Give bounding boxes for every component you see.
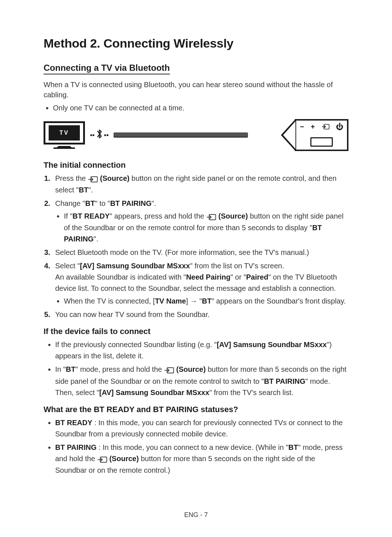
- side-panel-callout: − + ⏻: [281, 119, 348, 151]
- source-icon: [164, 365, 174, 376]
- bluetooth-diagram: TV •• •• − + ⏻: [44, 119, 348, 151]
- tv-illustration: TV: [44, 121, 85, 149]
- minus-icon: −: [300, 123, 304, 130]
- section-statuses: What are the BT READY and BT PAIRING sta…: [44, 405, 348, 414]
- dot-icon: ••: [90, 131, 95, 139]
- steps-list: Press the (Source) button on the right s…: [52, 173, 348, 320]
- source-icon: [322, 123, 330, 130]
- panel-display-icon: [310, 137, 333, 147]
- intro-note-item: Only one TV can be connected at a time.: [53, 103, 348, 113]
- section-initial-connection: The initial connection: [44, 160, 348, 170]
- status-ready: BT READY : In this mode, you can search …: [55, 417, 348, 440]
- status-pairing: BT PAIRING : In this mode, you can conne…: [55, 442, 348, 476]
- fail-list: If the previously connected Soundbar lis…: [55, 339, 348, 398]
- page-title: Method 2. Connecting Wirelessly: [44, 36, 348, 50]
- dot-icon: ••: [104, 131, 109, 139]
- manual-page: Method 2. Connecting Wirelessly Connecti…: [0, 0, 392, 537]
- intro-note-list: Only one TV can be connected at a time.: [53, 103, 348, 113]
- fail-item-1: If the previously connected Soundbar lis…: [55, 339, 348, 362]
- tv-body: TV: [44, 121, 85, 145]
- plus-icon: +: [311, 123, 315, 130]
- fail-item-2: In "BT" mode, press and hold the (Source…: [55, 364, 348, 398]
- step-4: Select "[AV] Samsung Soundbar MSxxx" fro…: [52, 260, 348, 307]
- side-panel-illustration: − + ⏻: [295, 119, 348, 151]
- source-icon: [88, 173, 98, 184]
- power-icon: ⏻: [336, 123, 343, 130]
- page-footer: ENG - 7: [0, 511, 392, 519]
- step-4-sub: When the TV is connected, [TV Name] → "B…: [64, 296, 348, 307]
- section-if-fails: If the device fails to connect: [44, 327, 348, 336]
- step-2-sub: If "BT READY" appears, press and hold th…: [64, 211, 348, 245]
- status-list: BT READY : In this mode, you can search …: [55, 417, 348, 476]
- step-5: You can now hear TV sound from the Sound…: [52, 309, 348, 320]
- source-icon: [97, 453, 107, 465]
- step-3: Select Bluetooth mode on the TV. (For mo…: [52, 247, 348, 258]
- step-2: Change "BT" to "BT PAIRING". If "BT READ…: [52, 198, 348, 245]
- bluetooth-signal-icon: •• ••: [90, 129, 109, 142]
- bluetooth-icon: [96, 129, 103, 142]
- subtitle: Connecting a TV via Bluetooth: [44, 63, 170, 74]
- soundbar-illustration: [114, 133, 248, 138]
- tv-label: TV: [49, 125, 80, 141]
- source-icon: [206, 211, 216, 222]
- callout-arrow-icon: [281, 119, 295, 151]
- intro-text: When a TV is connected using Bluetooth, …: [44, 80, 348, 100]
- step-1: Press the (Source) button on the right s…: [52, 173, 348, 196]
